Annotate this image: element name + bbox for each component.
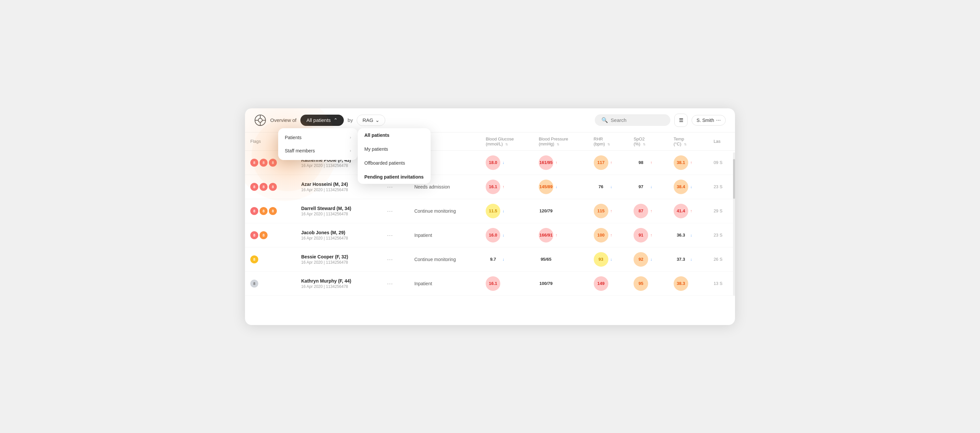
all-patients-button[interactable]: All patients ⌃	[301, 115, 344, 126]
flags-cell: 888	[245, 199, 296, 223]
metric-value: 16.0	[486, 228, 500, 243]
sub-item-offboarded[interactable]: Offboarded patients	[358, 156, 431, 170]
col-temp[interactable]: Temp(°C) ⇅	[668, 133, 708, 151]
filter-button[interactable]: ☰	[675, 114, 687, 127]
temp-cell: 36.3 ↓	[668, 223, 708, 247]
trend-up-icon: ↑	[650, 233, 652, 238]
metric-cell: 95	[633, 276, 663, 291]
dropdown-item-staff[interactable]: Staff members ›	[278, 144, 358, 157]
flag-badge: 8	[250, 280, 258, 287]
glucose-cell: 11.5 ↓	[480, 199, 533, 223]
name-cell[interactable]: Kathryn Murphy (F, 44) 16 Apr 2020 | 113…	[296, 271, 379, 295]
patient-name: Jacob Jones (M, 29)	[301, 230, 374, 235]
user-label: S. Smith	[697, 117, 714, 123]
sub-item-all-patients[interactable]: All patients	[358, 128, 431, 142]
glucose-cell: 16.0 ↓	[480, 223, 533, 247]
search-input[interactable]	[611, 117, 664, 123]
glucose-cell: 16.1	[480, 271, 533, 295]
metric-cell: 9.7 ↓	[486, 252, 528, 267]
bp-cell: 161/95 ↑	[533, 151, 589, 174]
table-row[interactable]: 888 Darrell Steward (M, 34) 16 Apr 2020 …	[245, 199, 735, 223]
trend-down-icon: ↓	[502, 209, 504, 213]
user-menu-button[interactable]: S. Smith ⋯	[692, 115, 726, 125]
trend-up-icon: ↑	[610, 233, 612, 238]
metric-value: 97	[633, 179, 648, 194]
flags-cell: 8	[245, 247, 296, 271]
status-cell: Continue monitoring	[409, 199, 481, 223]
col-bp[interactable]: Blood Pressure(mmHg) ⇅	[533, 133, 589, 151]
row-actions-button[interactable]: ⋯	[384, 279, 396, 289]
by-label: by	[348, 117, 353, 123]
metric-cell: 93 ↓	[594, 252, 623, 267]
name-cell[interactable]: Jacob Jones (M, 29) 16 Apr 2020 | 113425…	[296, 223, 379, 247]
col-rhr[interactable]: RHR(bpm) ⇅	[589, 133, 628, 151]
metric-cell: 41.4 ↑	[674, 204, 703, 218]
table-row[interactable]: 8 Bessie Cooper (F, 32) 16 Apr 2020 | 11…	[245, 247, 735, 271]
app-logo-icon	[254, 114, 266, 126]
scrollbar-thumb[interactable]	[733, 159, 735, 199]
chevron-down-icon: ⌄	[375, 117, 380, 123]
metric-value: 95/65	[539, 252, 553, 267]
table-row[interactable]: 88 Jacob Jones (M, 29) 16 Apr 2020 | 113…	[245, 223, 735, 247]
staff-label: Staff members	[285, 148, 315, 153]
trend-down-icon: ↓	[610, 184, 612, 189]
table-row[interactable]: 8 Kathryn Murphy (F, 44) 16 Apr 2020 | 1…	[245, 271, 735, 295]
row-actions-button[interactable]: ⋯	[384, 254, 396, 264]
metric-cell: 120/79	[539, 204, 583, 218]
trend-down-icon: ↓	[650, 184, 652, 189]
last-cell: 23 S	[708, 174, 735, 199]
name-cell[interactable]: Bessie Cooper (F, 32) 16 Apr 2020 | 1134…	[296, 247, 379, 271]
metric-value: 117	[594, 155, 608, 170]
col-spo2[interactable]: SpO2(%) ⇅	[628, 133, 668, 151]
status-text: Inpatient	[414, 233, 432, 238]
sub-item-my-patients[interactable]: My patients	[358, 142, 431, 156]
rhr-cell: 115 ↑	[589, 199, 628, 223]
ellipsis-icon: ⋯	[716, 117, 721, 123]
metric-cell: 145/89 ↓	[539, 179, 583, 194]
status-text: Continue monitoring	[414, 257, 456, 262]
spo2-cell: 98 ↑	[628, 151, 668, 174]
metric-value: 161/95	[539, 155, 553, 170]
dots-cell: ⋯	[379, 247, 409, 271]
metric-cell: 18.0 ↓	[486, 155, 528, 170]
rhr-cell: 149	[589, 271, 628, 295]
metric-value: 16.1	[486, 179, 500, 194]
temp-cell: 37.3 ↓	[668, 247, 708, 271]
metric-value: 16.1	[486, 276, 500, 291]
sub-item-pending[interactable]: Pending patient invitations	[358, 170, 431, 184]
metric-cell: 91 ↑	[633, 228, 663, 243]
metric-cell: 87 ↑	[633, 204, 663, 218]
metric-value: 145/89	[539, 179, 553, 194]
row-actions-button[interactable]: ⋯	[384, 230, 396, 240]
app-container: Overview of All patients ⌃ by RAG ⌄ 🔍 ☰ …	[245, 108, 735, 325]
rag-button[interactable]: RAG ⌄	[357, 115, 385, 126]
flag-badge: 8	[259, 207, 267, 215]
row-actions-button[interactable]: ⋯	[384, 206, 396, 216]
trend-up-icon: ↑	[610, 160, 612, 165]
metric-value: 91	[633, 228, 648, 243]
flag-badge: 8	[259, 231, 267, 239]
sub-panel: All patients My patients Offboarded pati…	[358, 128, 431, 184]
metric-value: 95	[633, 276, 648, 291]
status-text: Continue monitoring	[414, 208, 456, 214]
trend-down-icon: ↓	[650, 257, 652, 262]
trend-up-icon: ↑	[555, 160, 557, 165]
patient-meta: 16 Apr 2020 | 1134256478	[301, 212, 374, 216]
name-cell[interactable]: Darrell Steward (M, 34) 16 Apr 2020 | 11…	[296, 199, 379, 223]
col-glucose[interactable]: Blood Glucose(mmol/L) ⇅	[480, 133, 533, 151]
bp-cell: 120/79	[533, 199, 589, 223]
trend-up-icon: ↑	[690, 209, 692, 213]
flags-cell: 8	[245, 271, 296, 295]
trend-down-icon: ↓	[610, 257, 612, 262]
last-cell: 29 S	[708, 199, 735, 223]
scrollbar-track[interactable]	[733, 152, 735, 296]
patient-name: Kathryn Murphy (F, 44)	[301, 278, 374, 284]
last-cell: 26 S	[708, 247, 735, 271]
dropdown-item-patients[interactable]: Patients ›	[278, 131, 358, 144]
metric-cell: 166/91 ↑	[539, 228, 583, 243]
table-row[interactable]: 888 Azar Hosseini (M, 24) 16 Apr 2020 | …	[245, 174, 735, 199]
flag-badge: 8	[250, 183, 258, 191]
metric-value: 36.3	[674, 228, 688, 243]
trend-down-icon: ↓	[555, 184, 557, 189]
metric-value: 38.4	[674, 179, 688, 194]
